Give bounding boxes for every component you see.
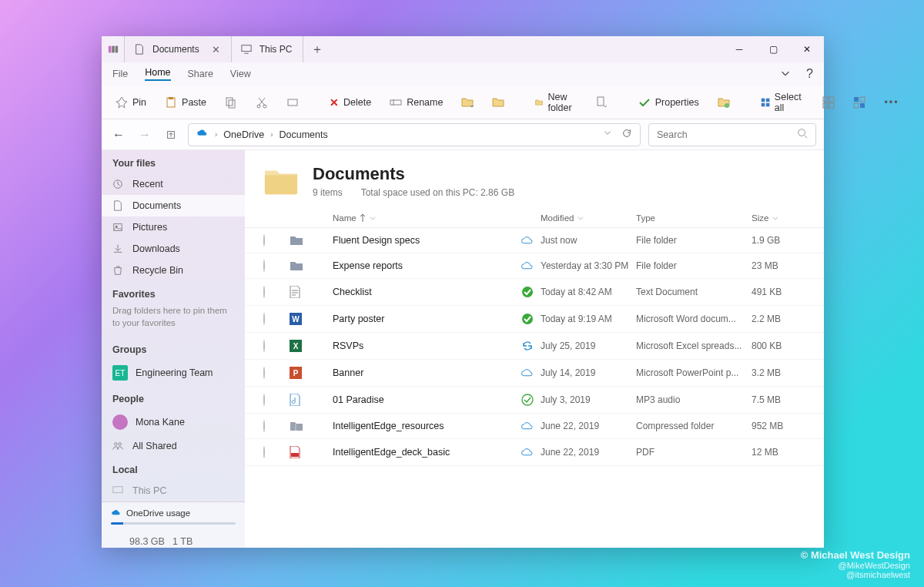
select-circle[interactable] <box>263 447 290 458</box>
select-circle[interactable] <box>263 340 290 351</box>
file-modified: Today at 9:19 AM <box>541 314 636 324</box>
refresh-icon[interactable] <box>621 128 632 141</box>
paste-button[interactable]: Paste <box>159 93 213 112</box>
file-type-icon: P <box>290 367 303 379</box>
file-name: 01 Paradise <box>333 394 514 405</box>
svg-rect-15 <box>766 98 770 102</box>
close-tab-icon[interactable]: ✕ <box>212 44 220 55</box>
sidebar-item-all-shared[interactable]: All Shared <box>102 435 245 457</box>
svg-rect-23 <box>860 97 865 102</box>
col-name[interactable]: Name <box>333 213 514 223</box>
col-type[interactable]: Type <box>636 213 752 223</box>
pin-button[interactable]: Pin <box>109 93 152 112</box>
svg-rect-1 <box>112 46 115 53</box>
copy-to-button[interactable] <box>486 93 511 112</box>
select-circle[interactable] <box>263 367 290 378</box>
forward-button[interactable]: → <box>136 128 154 142</box>
menu-file[interactable]: File <box>112 69 128 79</box>
avatar <box>112 414 128 430</box>
file-size: 23 MB <box>752 260 805 271</box>
sidebar-item-documents[interactable]: Documents <box>102 195 245 216</box>
new-folder-button[interactable]: New folder <box>529 89 582 116</box>
downloads-icon <box>112 243 125 254</box>
svg-rect-10 <box>288 99 297 106</box>
menu-share[interactable]: Share <box>188 69 213 79</box>
sidebar-item-downloads[interactable]: Downloads <box>102 238 245 260</box>
move-to-button[interactable] <box>455 93 480 112</box>
svg-text:W: W <box>292 315 300 324</box>
file-modified: July 25, 2019 <box>541 340 636 351</box>
select-circle[interactable] <box>263 394 290 405</box>
svg-rect-20 <box>823 103 828 108</box>
col-size[interactable]: Size <box>752 213 805 223</box>
sidebar-item-pictures[interactable]: Pictures <box>102 216 245 238</box>
copy-button[interactable] <box>219 93 243 112</box>
file-row[interactable]: XRSVPsJuly 25, 2019Microsoft Excel sprea… <box>245 333 824 360</box>
tab-this-pc[interactable]: This PC <box>232 36 304 62</box>
up-button[interactable] <box>162 129 180 140</box>
sidebar-item-this-pc[interactable]: This PC <box>102 480 245 501</box>
file-row[interactable]: PBannerJuly 14, 2019Microsoft PowerPoint… <box>245 360 824 387</box>
file-row[interactable]: ChecklistToday at 8:42 AMText Document49… <box>245 279 824 306</box>
new-tab-button[interactable]: ＋ <box>303 36 331 62</box>
space-used: Total space used on this PC: 2.86 GB <box>361 187 514 198</box>
menu-home[interactable]: Home <box>145 67 170 81</box>
file-row[interactable]: WParty posterToday at 9:19 AMMicrosoft W… <box>245 306 824 333</box>
new-item-button[interactable] <box>589 93 614 112</box>
breadcrumb[interactable]: › OneDrive › Documents <box>188 123 641 146</box>
help-button[interactable]: ? <box>806 67 813 81</box>
col-modified[interactable]: Modified <box>541 213 636 223</box>
file-type: MP3 audio <box>636 394 752 405</box>
delete-button[interactable]: ✕Delete <box>323 93 377 112</box>
section-local: Local <box>102 457 245 480</box>
section-people: People <box>102 386 245 409</box>
select-circle[interactable] <box>263 235 290 246</box>
file-row[interactable]: IntelligentEdge_resourcesJune 22, 2019Co… <box>245 414 824 439</box>
select-circle[interactable] <box>263 314 290 324</box>
search-input[interactable] <box>657 129 797 140</box>
back-button[interactable]: ← <box>109 128 128 142</box>
file-row[interactable]: Expense reportsYesterday at 3:30 PMFile … <box>245 253 824 279</box>
minimize-button[interactable]: ─ <box>722 36 756 62</box>
select-none-button[interactable] <box>816 93 841 112</box>
select-circle[interactable] <box>263 421 290 431</box>
sidebar-item-person[interactable]: Mona Kane <box>102 409 245 435</box>
sidebar-item-team[interactable]: ETEngineering Team <box>102 360 245 386</box>
file-row[interactable]: 01 ParadiseJuly 3, 2019MP3 audio7.5 MB <box>245 387 824 414</box>
team-badge: ET <box>112 365 128 381</box>
svg-rect-33 <box>113 487 122 493</box>
file-modified: Just now <box>541 235 636 246</box>
tab-documents[interactable]: Documents ✕ <box>125 36 232 62</box>
more-button[interactable]: ••• <box>878 94 905 111</box>
copy-path-button[interactable] <box>280 93 305 112</box>
menu-view[interactable]: View <box>230 69 251 79</box>
file-type-icon: X <box>290 340 303 352</box>
invert-selection-button[interactable] <box>847 93 872 112</box>
sidebar-item-recent[interactable]: Recent <box>102 173 245 195</box>
file-row[interactable]: IntelligentEdge_deck_basicJune 22, 2019P… <box>245 439 824 466</box>
file-name: IntelligentEdge_deck_basic <box>333 447 514 458</box>
item-count: 9 items <box>313 187 343 198</box>
chevron-down-icon[interactable] <box>603 128 612 141</box>
properties-button[interactable]: Properties <box>632 93 705 112</box>
open-button[interactable] <box>711 93 736 112</box>
select-circle[interactable] <box>263 287 290 297</box>
file-name: RSVPs <box>333 340 514 351</box>
maximize-button[interactable]: ▢ <box>756 36 790 62</box>
chevron-down-icon[interactable] <box>780 68 791 81</box>
search-icon <box>797 128 808 141</box>
select-all-button[interactable]: Select all <box>755 89 811 116</box>
sidebar-item-recycle-bin[interactable]: Recycle Bin <box>102 260 245 281</box>
select-circle[interactable] <box>263 260 290 271</box>
rename-button[interactable]: Rename <box>383 93 449 112</box>
file-size: 12 MB <box>752 447 805 458</box>
search-box[interactable] <box>648 123 816 146</box>
main-content: Documents 9 items Total space used on th… <box>245 150 824 548</box>
cut-button[interactable] <box>249 93 274 112</box>
file-name: Expense reports <box>333 260 514 271</box>
file-row[interactable]: Fluent Design specsJust nowFile folder1.… <box>245 228 824 253</box>
file-type: File folder <box>636 260 752 271</box>
close-button[interactable]: ✕ <box>790 36 824 62</box>
onedrive-icon <box>196 127 209 142</box>
onedrive-usage: OneDrive usage 98.3 GB used1 TB availabl… <box>102 501 245 548</box>
